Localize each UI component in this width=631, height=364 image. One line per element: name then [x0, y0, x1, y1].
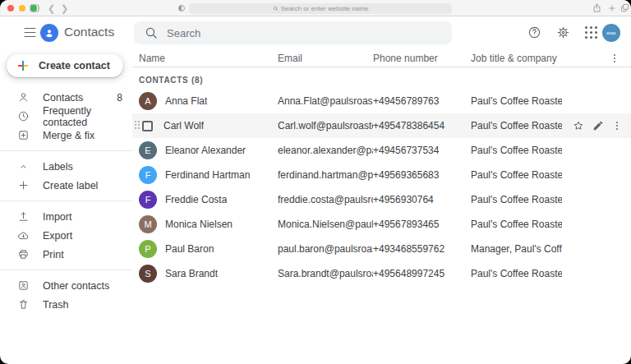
search-input[interactable] [167, 27, 413, 39]
contact-email: paul.baron@paulsroastery.c… [278, 243, 373, 255]
forward-icon[interactable]: ❯ [61, 2, 68, 14]
sidebar-item-frequently-contacted[interactable]: Frequently contacted [0, 107, 132, 126]
contact-row[interactable]: E Eleanor Alexander eleanor.alexander@pa… [132, 138, 631, 163]
contact-email: ferdinand.hartman@paulsro… [278, 169, 373, 181]
other-contacts-icon [17, 279, 30, 292]
contact-avatar[interactable]: A [139, 92, 157, 110]
contact-email: eleanor.alexander@paulsroa… [278, 145, 373, 156]
column-header-phone[interactable]: Phone number [373, 53, 471, 64]
contact-avatar[interactable]: P [139, 240, 157, 258]
address-bar-placeholder: Search or enter website name [281, 5, 369, 12]
table-header: Name Email Phone number Job title & comp… [132, 49, 631, 67]
contact-row[interactable]: P Paul Baron paul.baron@paulsroastery.c…… [132, 237, 631, 261]
app-title: Contacts [64, 25, 114, 39]
contact-row[interactable]: Carl Wolf Carl.wolf@paulsroastery.com +4… [132, 113, 631, 138]
more-icon[interactable] [611, 120, 623, 131]
contact-name: Freddie Costa [165, 194, 227, 205]
back-icon[interactable]: ❮ [48, 2, 55, 14]
contact-row[interactable]: S Sara Brandt Sara.brandt@paulsroastery.… [132, 261, 631, 286]
contact-company: Paul's Coffee Roastery [471, 268, 562, 279]
row-checkbox[interactable] [142, 121, 153, 131]
export-cloud-icon [17, 229, 30, 242]
contact-avatar[interactable]: M [139, 215, 157, 233]
settings-gear-icon[interactable] [556, 25, 570, 39]
create-contact-button[interactable]: Create contact [7, 54, 123, 77]
contact-company: Paul's Coffee Roastery [471, 219, 562, 230]
drag-handle-icon[interactable] [139, 121, 140, 129]
contact-name: Paul Baron [165, 243, 214, 255]
contact-name: Sara Brandt [165, 268, 218, 279]
person-icon [44, 27, 55, 39]
column-header-name[interactable]: Name [139, 53, 278, 64]
plus-icon [17, 179, 30, 191]
contact-email: Monica.Nielsen@paulsroast… [278, 219, 373, 230]
column-header-job[interactable]: Job title & company [471, 53, 562, 64]
contact-email: Sara.brandt@paulsroastery.c… [278, 268, 373, 279]
sidebar-labels-header[interactable]: Labels [0, 157, 132, 176]
sidebar-item-import[interactable]: Import [0, 207, 132, 226]
contact-name-cell: S Sara Brandt [139, 265, 278, 283]
address-bar[interactable]: Search or enter website name [189, 3, 452, 14]
contact-avatar[interactable]: F [139, 191, 157, 209]
sidebar-item-other-contacts[interactable]: Other contacts [0, 276, 132, 295]
contacts-search-bar[interactable] [134, 21, 452, 44]
contact-name-cell: M Monica Nielsen [139, 215, 278, 233]
contact-avatar[interactable]: S [139, 265, 157, 283]
contact-name: Carl Wolf [164, 120, 204, 131]
share-icon[interactable] [592, 2, 601, 13]
star-icon[interactable] [572, 119, 585, 132]
minimize-window-button[interactable] [19, 5, 25, 12]
tab-overview-icon[interactable] [620, 3, 629, 12]
printer-icon [17, 248, 30, 260]
sidebar-divider [0, 200, 132, 201]
page-privacy-icon[interactable] [178, 5, 185, 12]
contact-company: Paul's Coffee Roastery [471, 95, 562, 107]
chevron-up-icon [17, 160, 30, 173]
contact-phone: +4956930764 [373, 194, 471, 205]
sidebar-toggle-icon[interactable] [30, 4, 39, 12]
clock-icon [17, 110, 30, 122]
contact-name-cell: P Paul Baron [139, 240, 278, 258]
edit-pencil-icon[interactable] [592, 120, 604, 131]
close-window-button[interactable] [7, 5, 14, 12]
contacts-list: A Anna Flat Anna.Flat@paulsroastery.com … [132, 89, 631, 286]
sidebar-item-label: Trash [43, 299, 69, 311]
contact-company: Manager, Paul's Coffee Roas… [471, 243, 562, 255]
google-apps-icon[interactable] [585, 26, 597, 39]
contacts-count: 8 [117, 92, 122, 104]
sidebar-item-label: Contacts [43, 92, 83, 104]
sidebar-item-export[interactable]: Export [0, 226, 132, 245]
profile-avatar[interactable]: asap [602, 24, 620, 42]
sidebar-item-merge-fix[interactable]: Merge & fix [0, 126, 132, 145]
new-tab-icon[interactable] [608, 4, 616, 12]
contact-row[interactable]: F Ferdinand Hartman ferdinand.hartman@pa… [132, 163, 631, 187]
contact-row[interactable]: M Monica Nielsen Monica.Nielsen@paulsroa… [132, 212, 631, 237]
sidebar-item-label: Frequently contacted [43, 105, 122, 128]
browser-window: ❮ ❯ Search or enter website name Contact… [0, 0, 631, 364]
main-menu-icon[interactable] [23, 26, 37, 39]
contact-name: Eleanor Alexander [165, 145, 246, 156]
contacts-logo[interactable] [40, 24, 58, 42]
contact-row[interactable]: A Anna Flat Anna.Flat@paulsroastery.com … [132, 89, 631, 113]
sidebar-item-print[interactable]: Print [0, 245, 132, 264]
contact-company: Paul's Coffee Roastery [471, 169, 562, 181]
contact-phone: +493468559762 [373, 243, 471, 255]
column-header-email[interactable]: Email [278, 53, 373, 64]
contact-name-cell: F Freddie Costa [139, 191, 278, 209]
contact-phone: +49567893465 [373, 219, 471, 230]
sidebar-item-label: Export [43, 230, 72, 242]
sidebar-item-label: Print [43, 249, 64, 260]
contact-email: Anna.Flat@paulsroastery.com [278, 95, 373, 107]
browser-toolbar: ❮ ❯ Search or enter website name [0, 0, 631, 16]
google-plus-icon [16, 59, 30, 72]
table-more-icon[interactable] [609, 53, 631, 64]
sidebar-item-trash[interactable]: Trash [0, 295, 132, 314]
contact-avatar[interactable]: F [139, 166, 157, 184]
contact-row[interactable]: F Freddie Costa freddie.costa@paulsroast… [132, 187, 631, 212]
trash-icon [17, 298, 30, 311]
contacts-table: Name Email Phone number Job title & comp… [132, 49, 631, 364]
contact-company: Paul's Coffee Roastery [471, 145, 562, 156]
help-icon[interactable] [527, 25, 541, 39]
contact-avatar[interactable]: E [139, 141, 157, 159]
sidebar-item-create-label[interactable]: Create label [0, 176, 132, 195]
